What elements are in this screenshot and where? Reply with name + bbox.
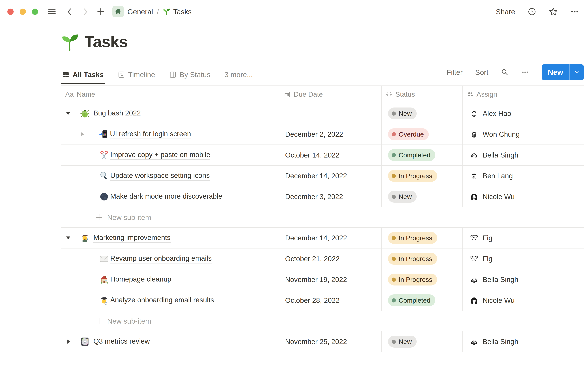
status-dot-icon (392, 153, 396, 157)
status-cell[interactable]: In Progress (381, 269, 463, 290)
tasks-table: AaNameDue DateStatusAssign Bug bash 2022… (61, 85, 584, 352)
new-button-label[interactable]: New (542, 64, 569, 80)
task-name-link[interactable]: Homepage cleanup (110, 275, 171, 284)
status-label: Overdue (398, 131, 424, 138)
assign-cell[interactable]: Bella Singh (463, 145, 584, 165)
sidebar-menu-icon[interactable] (48, 8, 56, 16)
favorite-star-icon[interactable] (549, 7, 558, 16)
column-header-due[interactable]: Due Date (280, 86, 381, 103)
share-button[interactable]: Share (496, 8, 515, 16)
status-dot-icon (392, 340, 396, 344)
due-date-cell[interactable]: October 28, 2022 (280, 290, 381, 311)
zoom-window-button[interactable] (32, 8, 38, 15)
column-header-name[interactable]: AaName (61, 86, 280, 103)
status-cell[interactable]: In Progress (381, 166, 463, 186)
breadcrumb-page[interactable]: Tasks (173, 8, 191, 16)
nav-forward-icon[interactable] (82, 8, 89, 15)
status-cell[interactable]: In Progress (381, 228, 463, 248)
assign-cell[interactable]: Fig (463, 249, 584, 269)
due-date-cell[interactable]: October 21, 2022 (280, 249, 381, 269)
tab-timeline[interactable]: Timeline (117, 70, 156, 84)
updates-clock-icon[interactable] (528, 7, 536, 16)
due-date-cell[interactable]: November 25, 2022 (280, 331, 381, 352)
task-name-link[interactable]: Improve copy + paste on mobile (110, 150, 210, 160)
titlebar: General / Tasks Share (0, 0, 588, 23)
new-sub-item-row[interactable]: New sub-item (61, 207, 584, 228)
task-name-link[interactable]: Q3 metrics review (93, 337, 150, 346)
status-cell[interactable]: Completed (381, 290, 463, 311)
due-date-cell[interactable]: November 19, 2022 (280, 269, 381, 290)
view-more-dots-icon[interactable] (521, 68, 529, 76)
collapse-toggle-icon[interactable] (65, 110, 72, 117)
assign-cell[interactable]: Won Chung (463, 124, 584, 144)
name-cell: Marketing improvements (61, 228, 280, 248)
search-icon[interactable] (501, 68, 509, 76)
tab-by-status[interactable]: By Status (168, 70, 211, 84)
due-date-cell[interactable]: December 14, 2022 (280, 166, 381, 186)
status-cell[interactable]: New (381, 103, 463, 124)
due-date-cell[interactable] (280, 103, 381, 124)
assign-cell[interactable]: Bella Singh (463, 269, 584, 290)
status-label: In Progress (398, 172, 432, 180)
sort-button[interactable]: Sort (475, 68, 488, 76)
new-page-icon[interactable] (97, 8, 105, 16)
column-header-label: Status (395, 90, 415, 98)
filter-button[interactable]: Filter (447, 68, 463, 76)
status-dot-icon (392, 298, 396, 302)
minimize-window-button[interactable] (20, 8, 26, 15)
task-name-link[interactable]: Bug bash 2022 (93, 109, 141, 118)
due-date-cell[interactable]: December 2, 2022 (280, 124, 381, 144)
close-window-button[interactable] (7, 8, 14, 15)
titlebar-left: General / Tasks (48, 5, 192, 19)
new-button[interactable]: New (542, 64, 584, 80)
column-header-status[interactable]: Status (381, 86, 463, 103)
nav-back-icon[interactable] (66, 8, 73, 15)
status-dot-icon (392, 195, 396, 199)
table-icon (62, 71, 69, 78)
aa-icon: Aa (65, 90, 74, 98)
tab-3-more[interactable]: 3 more... (224, 70, 254, 84)
due-date-cell[interactable]: December 3, 2022 (280, 186, 381, 207)
more-options-icon[interactable] (570, 7, 579, 16)
column-header-assign[interactable]: Assign (463, 86, 584, 103)
avatar (470, 172, 478, 180)
due-date-value: December 14, 2022 (280, 172, 347, 180)
assign-cell[interactable]: Alex Hao (463, 103, 584, 124)
board-icon (169, 71, 177, 78)
new-sub-item-row[interactable]: New sub-item (61, 311, 584, 331)
status-cell[interactable]: Overdue (381, 124, 463, 144)
page-seedling-icon[interactable] (61, 33, 79, 51)
assign-cell[interactable]: Fig (463, 228, 584, 248)
task-name-link[interactable]: Analyze onboarding email results (110, 296, 214, 305)
task-name-link[interactable]: Update workspace setting icons (110, 171, 210, 181)
due-date-value: November 19, 2022 (280, 275, 347, 284)
assign-cell[interactable]: Ben Lang (463, 166, 584, 186)
expand-toggle-icon[interactable] (78, 131, 86, 138)
collapse-toggle-icon[interactable] (65, 234, 72, 242)
tab-all-tasks[interactable]: All Tasks (61, 70, 104, 84)
task-name-link[interactable]: Make dark mode more discoverable (110, 192, 222, 201)
tab-label: Timeline (128, 70, 155, 79)
due-date-cell[interactable]: October 14, 2022 (280, 145, 381, 165)
status-cell[interactable]: New (381, 186, 463, 207)
task-name-link[interactable]: Marketing improvements (93, 233, 171, 243)
plus-icon (95, 317, 103, 325)
status-cell[interactable]: Completed (381, 145, 463, 165)
status-cell[interactable]: In Progress (381, 249, 463, 269)
new-button-caret-icon[interactable] (569, 64, 584, 80)
assign-cell[interactable]: Bella Singh (463, 331, 584, 352)
status-cell[interactable]: New (381, 331, 463, 352)
task-name-link[interactable]: UI refresh for login screen (110, 130, 191, 139)
breadcrumb-home-icon[interactable] (112, 6, 124, 17)
name-cell: Improve copy + paste on mobile (61, 145, 280, 165)
breadcrumb-root[interactable]: General (127, 8, 153, 16)
assign-cell[interactable]: Nicole Wu (463, 290, 584, 311)
status-badge: Completed (388, 149, 435, 161)
assign-cell[interactable]: Nicole Wu (463, 186, 584, 207)
status-dot-icon (392, 111, 396, 116)
status-label: New (398, 338, 412, 345)
expand-toggle-icon[interactable] (65, 338, 72, 345)
name-cell: Make dark mode more discoverable (61, 186, 280, 207)
due-date-cell[interactable]: December 14, 2022 (280, 228, 381, 248)
task-name-link[interactable]: Revamp user onboarding emails (110, 254, 212, 263)
